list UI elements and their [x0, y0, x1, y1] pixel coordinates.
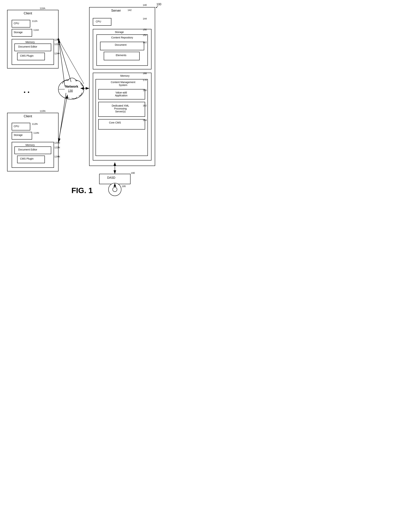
- ref-195: 195: [122, 185, 126, 188]
- svg-line-44: [59, 39, 65, 87]
- ref-152: 152: [143, 34, 147, 37]
- core-cms-label: Core CMS: [109, 121, 121, 124]
- dasd-label: DASD: [107, 176, 115, 179]
- client-a-label: Client: [24, 11, 32, 15]
- client-a-cpu: CPU: [14, 22, 19, 25]
- ref-162: 162: [143, 41, 147, 44]
- ref-142: 142: [128, 9, 132, 11]
- svg-point-36: [113, 187, 117, 192]
- client-a-storage: Storage: [14, 31, 22, 34]
- client-a-memory: Memory: [25, 41, 35, 44]
- svg-line-47: [58, 95, 68, 142]
- svg-point-32: [62, 89, 68, 95]
- svg-rect-19: [96, 79, 148, 156]
- client-n-cpu: CPU: [14, 125, 19, 128]
- value-add-label: Value-addApplication: [104, 91, 139, 97]
- client-n-storage: Storage: [14, 133, 22, 136]
- figure-label: FIG. 1: [71, 186, 93, 195]
- client-a-doc-editor: Document Editor: [18, 45, 37, 48]
- svg-rect-15: [97, 35, 148, 66]
- ref-110a: 110A: [40, 7, 45, 10]
- server-label: Server: [111, 9, 121, 13]
- ref-140: 140: [143, 4, 147, 6]
- ref-114n: 114N: [33, 132, 39, 134]
- ref-112n: 112N: [32, 123, 38, 125]
- svg-point-30: [70, 91, 77, 99]
- svg-point-29: [75, 89, 82, 96]
- network-ref: 130: [68, 89, 73, 93]
- ref-184: 184: [143, 119, 147, 122]
- ellipsis: • •: [24, 89, 30, 95]
- ref-180: 180: [143, 89, 147, 92]
- ref-120a: 120A: [54, 38, 60, 41]
- ref-190: 190: [131, 172, 135, 174]
- ref-150: 150: [143, 28, 147, 31]
- ref-168: 168: [143, 72, 147, 75]
- client-n-label: Client: [24, 114, 32, 118]
- svg-line-46: [59, 93, 66, 142]
- svg-line-41: [58, 39, 84, 84]
- ref-122a: 122A: [54, 43, 60, 45]
- client-n-doc-editor: Document Editor: [18, 148, 37, 151]
- ref-124a: 124A: [54, 52, 60, 55]
- xml-label: Dedicated XMLProcessingServer(s): [103, 104, 138, 113]
- content-repo-label: Content Repository: [111, 36, 133, 39]
- server-storage-label: Storage: [115, 31, 124, 34]
- svg-line-37: [58, 39, 71, 82]
- svg-rect-22: [98, 119, 145, 129]
- network-label: Network: [65, 85, 78, 88]
- svg-point-35: [108, 183, 121, 196]
- ref-122n: 122N: [54, 146, 60, 149]
- ref-114a: 114A: [33, 29, 39, 31]
- ref-182: 182: [143, 104, 147, 107]
- ref-144: 144: [143, 17, 147, 20]
- document-label: Document: [115, 43, 127, 46]
- cms-label: Content ManagementSystem: [108, 81, 139, 87]
- client-a-cms-plugin: CMS Plugin: [20, 54, 34, 57]
- svg-rect-6: [7, 113, 58, 171]
- ref-112a: 112A: [32, 20, 37, 22]
- ref-170: 170: [143, 79, 147, 81]
- ref-110n: 110N: [40, 110, 45, 112]
- server-cpu: CPU: [96, 20, 101, 23]
- svg-rect-14: [93, 29, 151, 69]
- ref-120n: 120N: [54, 141, 60, 144]
- svg-rect-0: [7, 10, 58, 68]
- elements-label: Elements: [116, 54, 126, 57]
- client-n-memory: Memory: [25, 144, 35, 147]
- server-memory-label: Memory: [120, 74, 130, 77]
- ref-124n: 124N: [54, 155, 60, 158]
- client-n-cms-plugin: CMS Plugin: [20, 157, 34, 160]
